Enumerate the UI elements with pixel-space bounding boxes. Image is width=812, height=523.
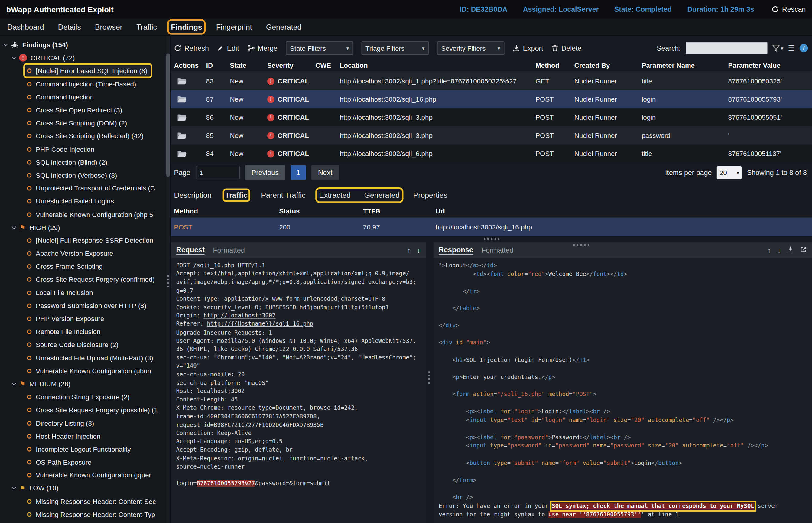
state-filters-select[interactable]: State Filters▾ — [286, 41, 353, 55]
finding-type-item[interactable]: Incomplete Logout Functionality — [0, 443, 170, 455]
finding-type-item[interactable]: SQL Injection (Blind) (2) — [0, 156, 170, 169]
nav-tab-dashboard[interactable]: Dashboard — [7, 23, 44, 31]
finding-type-item[interactable]: Remote File Inclusion — [0, 325, 170, 338]
finding-type-item[interactable]: Cross Site Request Forgery (confirmed) — [0, 273, 170, 286]
open-folder-icon[interactable] — [177, 95, 187, 103]
current-page-button[interactable]: 1 — [290, 165, 306, 180]
column-header-state[interactable]: State — [230, 61, 267, 69]
panel-splitter-grip[interactable] — [428, 372, 431, 385]
nav-tab-browser[interactable]: Browser — [95, 23, 123, 31]
refresh-button[interactable]: Refresh — [174, 44, 209, 52]
finding-type-item[interactable]: Cross Frame Scripting — [0, 260, 170, 273]
severity-group-medium[interactable]: ⚑MEDIUM (28) — [0, 378, 170, 391]
edit-button[interactable]: Edit — [217, 44, 239, 52]
arrow-down-icon[interactable]: ↓ — [417, 246, 420, 254]
request-mode-label[interactable]: Formatted — [213, 246, 245, 254]
arrow-up-icon[interactable]: ↑ — [407, 246, 411, 254]
delete-button[interactable]: Delete — [552, 44, 581, 52]
finding-type-item[interactable]: Cross Site Open Redirect (3) — [0, 103, 170, 116]
detail-tab-properties[interactable]: Properties — [413, 191, 447, 199]
items-per-page-select[interactable]: 20▾ — [717, 166, 742, 179]
traffic-column-header-status[interactable]: Status — [279, 207, 363, 215]
finding-type-item[interactable]: Local File Inclusion — [0, 286, 170, 299]
column-header-location[interactable]: Location — [340, 61, 536, 69]
finding-type-item[interactable]: [Nuclei] Full Response SSRF Detection — [0, 234, 170, 247]
column-header-method[interactable]: Method — [535, 61, 574, 69]
finding-type-item[interactable]: SQL Injection (Verbose) (8) — [0, 169, 170, 182]
finding-type-item[interactable]: Directory Listing (8) — [0, 417, 170, 430]
previous-page-button[interactable]: Previous — [245, 165, 285, 180]
export-button[interactable]: Export — [513, 44, 543, 52]
finding-type-item[interactable]: Connection String Exposure (2) — [0, 391, 170, 403]
finding-row[interactable]: 87New!CRITICALhttp://localhost:3002/sqli… — [171, 90, 812, 108]
traffic-row[interactable]: POST20070.97http://localhost:3002/sqli_1… — [171, 217, 812, 236]
filter-funnel-icon[interactable]: ▾ — [772, 44, 783, 52]
finding-type-item[interactable]: Unrestricted File Upload (Multi-Part) (3… — [0, 351, 170, 364]
open-folder-icon[interactable] — [177, 77, 187, 85]
detail-tab-traffic[interactable]: Traffic — [225, 191, 248, 199]
next-page-button[interactable]: Next — [311, 165, 339, 180]
severity-group-low[interactable]: ⚑LOW (10) — [0, 482, 170, 495]
column-header-created-by[interactable]: Created By — [574, 61, 642, 69]
nav-tab-findings[interactable]: Findings — [171, 23, 202, 31]
traffic-column-header-ttfb[interactable]: TTFB — [363, 207, 436, 215]
open-external-icon[interactable] — [800, 246, 807, 254]
request-link[interactable]: http://{{Hostname}}/sqli_16.php — [207, 321, 313, 327]
detail-tab-parent-traffic[interactable]: Parent Traffic — [261, 191, 305, 199]
column-header-parameter-value[interactable]: Parameter Value — [728, 61, 812, 69]
finding-row[interactable]: 86New!CRITICALhttp://localhost:3002/sqli… — [171, 108, 812, 126]
finding-type-item[interactable]: Cross Site Scripting (DOM) (2) — [0, 117, 170, 130]
request-title[interactable]: Request — [176, 245, 205, 255]
column-header-severity[interactable]: Severity — [267, 61, 315, 69]
detail-tab-generated[interactable]: Generated — [364, 191, 400, 199]
nav-tab-generated[interactable]: Generated — [266, 23, 302, 31]
finding-type-item[interactable]: Apache Version Exposure — [0, 247, 170, 260]
finding-type-item[interactable]: Command Injection (Time-Based) — [0, 77, 170, 90]
severity-filters-select[interactable]: Severity Filters▾ — [437, 41, 504, 55]
column-header-cwe[interactable]: CWE — [315, 61, 340, 69]
response-mode-label[interactable]: Formatted — [482, 246, 513, 254]
panel-splitter-grip[interactable] — [484, 238, 499, 240]
finding-type-item[interactable]: OS Path Exposure — [0, 455, 170, 469]
tree-root-findings[interactable]: Findings (154) — [0, 38, 170, 51]
traffic-column-header-url[interactable]: Url — [436, 207, 812, 215]
severity-group-critical[interactable]: !CRITICAL (72) — [0, 51, 170, 65]
nav-tab-fingerprint[interactable]: Fingerprint — [216, 23, 252, 31]
request-link[interactable]: http://localhost:3002 — [203, 312, 275, 319]
nav-tab-traffic[interactable]: Traffic — [136, 23, 157, 31]
response-title[interactable]: Response — [439, 245, 473, 255]
finding-row[interactable]: 83New!CRITICALhttp://localhost:3002/sqli… — [171, 72, 812, 90]
merge-button[interactable]: Merge — [247, 44, 277, 52]
finding-type-item[interactable]: Vulnerable Known Configuration (jquer — [0, 469, 170, 482]
page-input[interactable] — [196, 166, 240, 179]
sidebar-scrollbar-thumb[interactable] — [166, 53, 170, 177]
open-folder-icon[interactable] — [177, 150, 187, 157]
column-header-parameter-name[interactable]: Parameter Name — [642, 61, 728, 69]
finding-type-item[interactable]: PHP Code Injection — [0, 143, 170, 156]
finding-type-item[interactable]: Unrestricted Failed Logins — [0, 195, 170, 208]
finding-type-item[interactable]: Missing Response Header: Content-Typ — [0, 508, 170, 521]
finding-type-item[interactable]: Unprotected Transport of Credentials (C — [0, 182, 170, 195]
finding-type-item[interactable]: Vulnerable Known Configuration (ubun — [0, 364, 170, 377]
arrow-down-icon[interactable]: ↓ — [777, 246, 781, 254]
menu-icon[interactable]: ☰ — [788, 43, 795, 53]
download-icon[interactable] — [787, 246, 794, 254]
detail-tab-extracted[interactable]: Extracted — [319, 191, 351, 199]
finding-type-item[interactable]: Vulnerable Known Configuration (php 5 — [0, 208, 170, 221]
severity-group-high[interactable]: ⚑HIGH (29) — [0, 221, 170, 234]
finding-type-item[interactable]: [Nuclei] Error based SQL Injection (8) — [0, 65, 170, 77]
column-header-id[interactable]: ID — [206, 61, 230, 69]
finding-type-item[interactable]: Command Injection — [0, 90, 170, 103]
triage-filters-select[interactable]: Triage Filters▾ — [361, 41, 429, 55]
finding-type-item[interactable]: PHP Version Exposure — [0, 312, 170, 325]
open-folder-icon[interactable] — [177, 114, 187, 121]
info-icon[interactable]: i — [800, 44, 808, 52]
finding-type-item[interactable]: Source Code Disclosure (2) — [0, 338, 170, 351]
column-header-actions[interactable]: Actions — [174, 61, 206, 69]
traffic-column-header-method[interactable]: Method — [174, 207, 279, 215]
finding-row[interactable]: 84New!CRITICALhttp://localhost:3002/sqli… — [171, 145, 812, 163]
detail-tab-description[interactable]: Description — [174, 191, 212, 199]
finding-type-item[interactable]: Missing Response Header: Content-Sec — [0, 495, 170, 508]
rescan-button[interactable]: Rescan — [772, 5, 806, 13]
finding-row[interactable]: 85New!CRITICALhttp://localhost:3002/sqli… — [171, 126, 812, 145]
